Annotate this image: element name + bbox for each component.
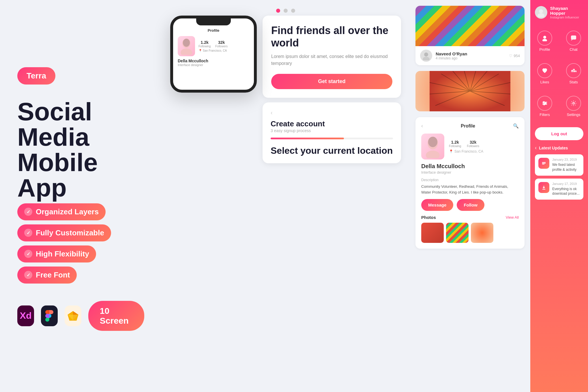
sidebar-item-filters[interactable]: Filters [530,90,559,123]
screen-count-pill[interactable]: 10 Screen [88,301,144,331]
sidebar-item-filters-label: Filters [540,112,550,117]
sidebar-avatar [535,6,547,19]
brand-pill[interactable]: Terra [17,67,55,85]
feature-badges: ✓ Organized Layers ✓ Fully Customizable … [17,203,144,284]
profile-name: Della Mcculloch [178,59,249,63]
rainbow-image [415,6,525,46]
svg-point-7 [424,52,428,57]
sidebar-item-chat-label: Chat [570,47,577,52]
dot-2[interactable] [291,9,295,13]
profile-panel: Naveed O'Ryan 4 minutes ago ♡ 954 [410,0,530,392]
heart-icon: ♡ [509,54,512,58]
dot-0[interactable] [276,9,280,13]
profile-detail-avatar [421,134,444,160]
check-icon-3: ✓ [24,271,32,279]
post-image [415,6,525,46]
detail-stat-following: 1.2k Following [449,140,461,148]
chat-nav-icon [566,31,581,46]
back-arrow-icon[interactable]: ‹ [271,109,393,116]
profile-role: Interface designer [178,63,249,67]
svg-point-27 [543,36,546,39]
xd-icon: Xd [17,305,34,326]
profile-search-icon[interactable]: 🔍 [513,123,519,129]
sidebar-top: Shayaan Hopper Instagram Influencer [530,6,588,25]
post-likes: ♡ 954 [509,54,520,58]
svg-marker-30 [571,40,573,41]
svg-point-26 [538,13,544,17]
location-title: Select your current location [271,145,393,156]
sidebar-item-stats[interactable]: Stats [559,57,588,90]
profile-detail-location: 📍 San Francisco, CA [449,149,483,153]
stats-nav-icon [566,63,581,78]
profile-detail-name: Della Mcculloch [421,163,519,170]
profile-detail-info: 1.2k Following 32k Followers 📍 San Franc… [421,134,519,160]
main-title: Social Media Mobile App [17,99,144,200]
sidebar-user-info: Shayaan Hopper Instagram Influencer [550,6,583,19]
message-button[interactable]: Message [421,199,453,211]
svg-point-25 [539,9,543,13]
settings-nav-icon [566,96,581,111]
svg-point-5 [181,48,192,55]
avatar [178,36,195,56]
post-author-info: Naveed O'Ryan 4 minutes ago [436,51,467,60]
profile-card: 1.2k Following 32k Followers 📍 San Franc… [178,36,249,56]
post-info: Naveed O'Ryan 4 minutes ago ♡ 954 [415,46,525,65]
info-card: Find friends all over the world Lorem ip… [263,16,401,98]
photos-header: Photos View All [421,215,519,220]
create-account-card: ‹ Create account 3 easy signup process S… [263,102,401,163]
sidebar-item-likes[interactable]: Likes [530,57,559,90]
updates-back-icon[interactable]: ‹ [535,145,537,151]
sidebar-item-settings[interactable]: Settings [559,90,588,123]
svg-point-37 [573,102,574,104]
description-label: Description [421,178,519,182]
phone-header: Profile [178,28,249,33]
sidebar-item-profile-label: Profile [540,47,550,52]
profile-detail-role: Interface designer [421,170,519,175]
phone-mockup: Profile 1.2k Following [170,16,257,93]
check-icon-1: ✓ [24,229,32,237]
svg-point-8 [423,57,430,60]
sidebar-user-subtitle: Instagram Influencer [550,16,583,19]
stat-following: 1.2k Following [199,40,211,48]
updates-header: ‹ Latest Updates [535,145,583,151]
photo-thumb-1 [446,223,469,243]
update-card-1: January 17, 2019 Everything is ok downlo… [535,179,583,200]
get-started-button[interactable]: Get started [271,74,392,89]
phone-notch [196,18,231,25]
update-icon-1 [538,182,549,193]
sketch-icon [65,305,81,326]
sidebar-item-chat[interactable]: Chat [559,25,588,57]
sidebar-item-likes-label: Likes [540,80,549,84]
photo-thumb-0 [421,223,444,243]
profile-stats: 1.2k Following 32k Followers [199,40,228,48]
dot-1[interactable] [284,9,288,13]
likes-nav-icon [537,63,552,78]
svg-point-34 [543,102,544,103]
profile-location: 📍 San Francisco, CA [199,49,228,52]
update-text-0: We fixed latest profile & activity [552,162,580,172]
logout-button[interactable]: Log out [535,127,583,140]
follow-button[interactable]: Follow [457,199,484,211]
view-all-link[interactable]: View All [506,215,519,220]
feature-badge-1: ✓ Fully Customizable [17,224,111,241]
sidebar-item-stats-label: Stats [569,80,578,84]
left-panel: Terra Social Media Mobile App ✓ Organize… [0,0,162,392]
create-account-subtitle: 3 easy signup process [271,128,393,133]
progress-bar-fill [271,138,344,139]
detail-stat-followers: 32k Followers [467,140,479,148]
profile-nav-icon [537,31,552,46]
profile-detail-stats-block: 1.2k Following 32k Followers 📍 San Franc… [449,140,483,153]
post-author-name: Naveed O'Ryan [436,51,467,56]
sidebar-item-profile[interactable]: Profile [530,25,559,57]
sidebar-user-name: Shayaan Hopper [550,6,583,16]
sidebar-icons-grid: Profile Chat Likes [530,25,588,123]
filters-nav-icon [537,96,552,111]
svg-point-35 [545,103,546,104]
card-title: Find friends all over the world [271,24,392,49]
create-account-title: Create account [271,119,393,128]
update-content-0: January 23, 2019 We fixed latest profile… [552,158,580,172]
svg-point-6 [183,39,190,47]
svg-point-36 [544,104,545,105]
info-card-section: Find friends all over the world Lorem ip… [263,16,401,163]
middle-panel: Profile 1.2k Following [162,0,410,392]
